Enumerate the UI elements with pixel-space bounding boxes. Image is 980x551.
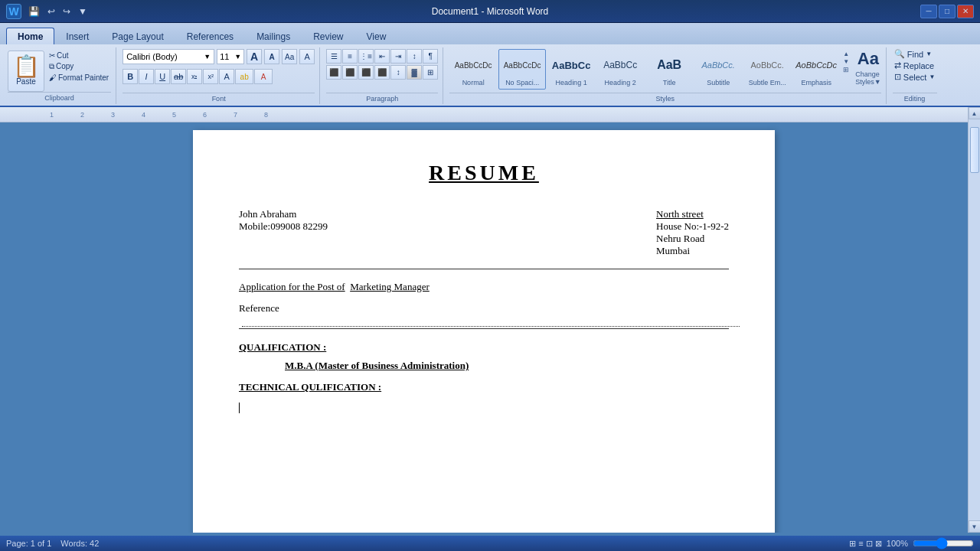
underline-button[interactable]: U: [155, 69, 170, 84]
increase-indent-button[interactable]: ⇥: [390, 49, 406, 64]
numbering-button[interactable]: ≡: [342, 49, 358, 64]
style-heading2[interactable]: AaBbCc Heading 2: [596, 49, 644, 90]
document-page[interactable]: RESUME John Abraham Mobile:099008 82299 …: [193, 130, 775, 533]
shading-button[interactable]: ▓: [407, 65, 422, 80]
style-heading1-label: Heading 1: [556, 79, 587, 87]
italic-button[interactable]: I: [139, 69, 154, 84]
tab-references[interactable]: References: [175, 28, 245, 44]
text-cursor-area[interactable]: [239, 399, 729, 413]
qualification-item: M.B.A (Master of Business Administration…: [285, 360, 729, 372]
font-format-row: B I U ab x₂ x² A ab A: [122, 69, 273, 84]
font-size-dropdown[interactable]: 11 ▼: [217, 49, 244, 64]
change-styles-icon: Aa: [858, 49, 879, 69]
replace-button[interactable]: ⇄ Replace: [894, 60, 934, 70]
scroll-up-arrow[interactable]: ▲: [969, 107, 981, 119]
bullets-button[interactable]: ☰: [326, 49, 341, 64]
minimize-button[interactable]: ─: [920, 5, 937, 18]
zoom-slider[interactable]: [913, 539, 974, 548]
find-button[interactable]: 🔍 Find ▼: [894, 49, 932, 59]
replace-icon: ⇄: [894, 60, 901, 70]
style-subtle-em-preview: AoBbCc.: [746, 51, 789, 79]
styles-group: AaBbCcDc Normal AaBbCcDc No Spaci... AaB…: [445, 47, 886, 104]
clear-format-button[interactable]: A: [299, 49, 315, 64]
grow-font-button[interactable]: A: [247, 49, 262, 64]
format-painter-button[interactable]: 🖌 Format Painter: [47, 73, 111, 83]
select-button[interactable]: ⊡ Select ▼: [894, 72, 936, 82]
style-normal[interactable]: AaBbCcDc Normal: [449, 49, 497, 90]
tab-home[interactable]: Home: [6, 28, 54, 44]
decrease-indent-button[interactable]: ⇤: [374, 49, 390, 64]
clipboard-group: 📋 Paste ✂ Cut ⧉ Copy 🖌: [3, 47, 116, 104]
window-controls: ─ □ ✕: [920, 5, 974, 18]
document-area: 1 2 3 4 5 6 7 8 ▲ ▼ RESUME John Abraham …: [0, 107, 980, 533]
style-title-label: Title: [663, 79, 676, 87]
borders-button[interactable]: ⊞: [423, 65, 438, 80]
line-spacing-button[interactable]: ↕: [390, 65, 406, 80]
tab-view[interactable]: View: [355, 28, 398, 44]
tab-mailings[interactable]: Mailings: [245, 28, 302, 44]
text-effects-button[interactable]: A: [219, 69, 234, 84]
style-subtitle-preview: AaBbCc.: [697, 51, 740, 79]
close-button[interactable]: ✕: [957, 5, 974, 18]
change-styles-button[interactable]: Aa ChangeStyles▼: [855, 49, 880, 86]
align-center-button[interactable]: ⬛: [342, 65, 358, 80]
style-no-spacing[interactable]: AaBbCcDc No Spaci...: [498, 49, 546, 90]
paste-button[interactable]: 📋 Paste: [8, 51, 44, 92]
style-title[interactable]: AaB Title: [645, 49, 693, 90]
tab-page-layout[interactable]: Page Layout: [100, 28, 175, 44]
scroll-thumb[interactable]: [970, 127, 979, 173]
style-heading1[interactable]: AaBbCc Heading 1: [547, 49, 595, 90]
copy-button[interactable]: ⧉ Copy: [47, 61, 111, 72]
quick-access-toolbar: 💾 ↩ ↪ ▼: [26, 5, 90, 18]
style-subtitle[interactable]: AaBbCc. Subtitle: [694, 49, 742, 90]
font-color-button[interactable]: A: [254, 69, 273, 84]
tab-review[interactable]: Review: [302, 28, 354, 44]
styles-scroll[interactable]: ▲ ▼ ⊞: [841, 49, 851, 75]
align-left-button[interactable]: ⬛: [326, 65, 341, 80]
vertical-scrollbar[interactable]: ▲ ▼: [968, 107, 980, 533]
styles-items: AaBbCcDc Normal AaBbCcDc No Spaci... AaB…: [449, 49, 880, 93]
align-right-button[interactable]: ⬛: [358, 65, 374, 80]
zoom-level: 100%: [887, 539, 908, 548]
subscript-button[interactable]: x₂: [187, 69, 202, 84]
font-name-dropdown[interactable]: Calibri (Body) ▼: [122, 49, 214, 64]
shrink-font-button[interactable]: A: [264, 49, 279, 64]
style-normal-label: Normal: [462, 79, 485, 87]
align-row: ⬛ ⬛ ⬛ ⬛ ↕ ▓ ⊞: [326, 65, 438, 80]
undo-quick-btn[interactable]: ↩: [45, 5, 57, 18]
change-case-button[interactable]: Aa: [282, 49, 297, 64]
justify-button[interactable]: ⬛: [374, 65, 390, 80]
scroll-down-arrow[interactable]: ▼: [969, 520, 981, 533]
clipboard-label: Clipboard: [8, 92, 111, 102]
status-view-btns[interactable]: ⊞ ≡ ⊡ ⊠: [849, 539, 882, 549]
bold-button[interactable]: B: [122, 69, 138, 84]
reference-line: Reference: [239, 302, 729, 329]
style-heading2-label: Heading 2: [605, 79, 636, 87]
multilevel-button[interactable]: ⋮≡: [358, 49, 374, 64]
tab-insert[interactable]: Insert: [54, 28, 100, 44]
style-subtle-em-label: Subtle Em...: [749, 79, 786, 87]
ribbon-tabs: Home Insert Page Layout References Maili…: [0, 23, 980, 44]
style-normal-preview: AaBbCcDc: [452, 51, 495, 79]
save-quick-btn[interactable]: 💾: [26, 5, 42, 18]
address-line1: North street: [656, 208, 729, 220]
font-group: Calibri (Body) ▼ 11 ▼ A A Aa A B I U: [118, 47, 320, 104]
paste-icon: 📋: [13, 56, 40, 77]
highlight-button[interactable]: ab: [235, 69, 253, 84]
style-emphasis[interactable]: AoBbCcDc Emphasis: [792, 49, 840, 90]
style-subtle-em[interactable]: AoBbCc. Subtle Em...: [743, 49, 791, 90]
clipboard-small-buttons: ✂ Cut ⧉ Copy 🖌 Format Painter: [47, 51, 111, 83]
superscript-button[interactable]: x²: [203, 69, 218, 84]
dropdown-quick-btn[interactable]: ▼: [76, 5, 90, 18]
show-marks-button[interactable]: ¶: [423, 49, 438, 64]
cut-button[interactable]: ✂ Cut: [47, 51, 111, 60]
restore-button[interactable]: □: [939, 5, 956, 18]
strikethrough-button[interactable]: ab: [171, 69, 186, 84]
sort-button[interactable]: ↕: [407, 49, 422, 64]
select-icon: ⊡: [894, 72, 901, 82]
word-count: Words: 42: [60, 539, 99, 548]
ruler-marks: 1 2 3 4 5 6 7 8: [50, 111, 937, 119]
style-heading2-preview: AaBbCc: [599, 51, 642, 79]
style-emphasis-label: Emphasis: [801, 79, 831, 87]
redo-quick-btn[interactable]: ↪: [60, 5, 73, 18]
